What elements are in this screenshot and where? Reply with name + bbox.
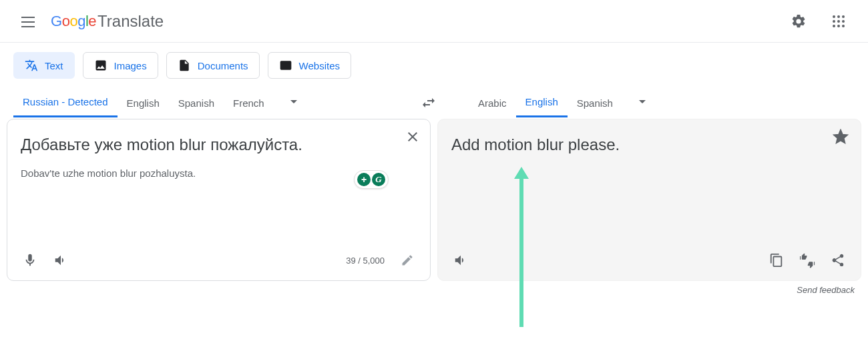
hamburger-icon — [21, 13, 37, 29]
target-lang-tab-1[interactable]: English — [516, 88, 568, 117]
source-panel: Добавьте уже motion blur пожалуйста. G D… — [7, 119, 431, 281]
mode-tabs: Text Images Documents Websites — [0, 43, 868, 87]
save-translation-button[interactable] — [833, 129, 849, 147]
target-more-langs[interactable] — [634, 93, 650, 112]
output-panel: Add motion blur please. — [437, 119, 861, 281]
website-icon — [279, 59, 292, 72]
feedback-label: Send feedback — [797, 285, 855, 295]
grammarly-g-icon: G — [372, 173, 385, 186]
grammarly-plus-icon — [357, 173, 371, 186]
source-lang-tab-2[interactable]: Spanish — [169, 89, 224, 117]
translation-panels: Добавьте уже motion blur пожалуйста. G D… — [0, 119, 868, 281]
google-translate-logo[interactable]: Google Translate — [51, 12, 164, 31]
gear-icon — [791, 13, 807, 29]
language-row: Russian - Detected English Spanish Frenc… — [0, 87, 868, 119]
logo-translate-text: Translate — [97, 12, 164, 31]
voice-input-button[interactable] — [17, 247, 43, 274]
main-menu-button[interactable] — [13, 5, 45, 37]
mode-text[interactable]: Text — [13, 52, 75, 79]
target-lang-tab-2[interactable]: Spanish — [568, 89, 622, 117]
output-text: Add motion blur please. — [438, 119, 861, 167]
source-language-bar: Russian - Detected English Spanish Frenc… — [0, 87, 413, 119]
mode-label: Websites — [299, 60, 340, 71]
mode-label: Images — [114, 60, 147, 71]
mode-images[interactable]: Images — [83, 52, 158, 79]
source-more-langs[interactable] — [286, 93, 302, 112]
google-apps-button[interactable] — [823, 5, 855, 37]
close-icon — [405, 129, 421, 145]
mode-documents[interactable]: Documents — [166, 52, 260, 79]
thumbs-icon — [799, 252, 815, 268]
translate-icon — [25, 59, 38, 72]
target-language-bar: Arabic English Spanish — [445, 87, 868, 119]
share-output-button[interactable] — [825, 247, 851, 274]
target-lang-tab-0[interactable]: Arabic — [469, 89, 516, 117]
rate-translation-button[interactable] — [794, 247, 821, 274]
document-icon — [178, 59, 191, 72]
chevron-down-icon — [286, 93, 302, 109]
apps-grid-icon — [833, 15, 845, 27]
clear-input-button[interactable] — [405, 129, 421, 147]
edit-button[interactable] — [394, 247, 421, 274]
source-textarea[interactable]: Добавьте уже motion blur пожалуйста. — [7, 119, 430, 167]
grammarly-badge[interactable]: G — [354, 170, 389, 189]
listen-output-button[interactable] — [447, 247, 474, 274]
mode-label: Documents — [198, 60, 248, 71]
speaker-icon — [453, 253, 468, 268]
char-count: 39 / 5,000 — [346, 256, 385, 266]
swap-languages-button[interactable] — [413, 95, 445, 111]
star-icon — [833, 129, 849, 145]
pencil-icon — [401, 254, 414, 267]
mode-label: Text — [45, 60, 63, 71]
source-lang-tab-0[interactable]: Russian - Detected — [13, 88, 118, 117]
copy-output-button[interactable] — [763, 247, 790, 274]
chevron-down-icon — [634, 93, 650, 109]
header: Google Translate — [0, 0, 868, 43]
send-feedback-link[interactable]: Send feedback — [0, 281, 868, 299]
copy-icon — [769, 253, 784, 268]
source-lang-tab-3[interactable]: French — [224, 89, 274, 117]
listen-source-button[interactable] — [47, 247, 74, 274]
share-icon — [831, 253, 845, 268]
mode-websites[interactable]: Websites — [268, 52, 351, 79]
swap-icon — [421, 95, 437, 111]
source-lang-tab-1[interactable]: English — [118, 89, 169, 117]
mic-icon — [23, 253, 37, 268]
settings-button[interactable] — [783, 5, 815, 37]
speaker-icon — [53, 253, 68, 268]
image-icon — [94, 59, 107, 72]
